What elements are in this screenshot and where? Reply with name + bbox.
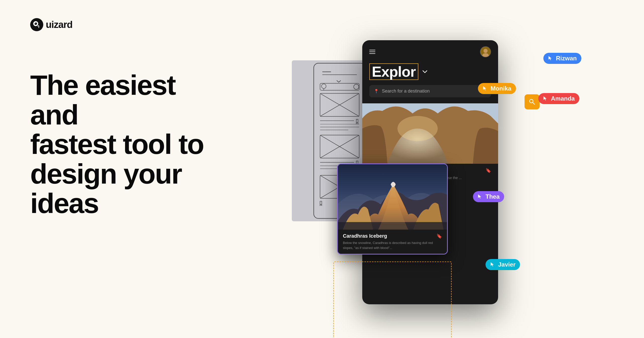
cursor-rizwan-arrow bbox=[548, 55, 553, 61]
app-header bbox=[362, 40, 498, 61]
javier-label-text: Javier bbox=[498, 261, 515, 268]
user-avatar bbox=[480, 46, 491, 57]
monika-label-text: Monika bbox=[491, 85, 511, 92]
explore-row: Explor bbox=[362, 61, 498, 85]
mountain-card: Caradhras Iceberg 🔖 Below the snowline, … bbox=[337, 163, 448, 255]
svg-point-28 bbox=[484, 49, 488, 53]
search-placeholder-text: Search for a destination bbox=[382, 89, 430, 94]
cursor-amanda-arrow bbox=[543, 96, 548, 102]
svg-point-32 bbox=[397, 116, 438, 141]
logo-icon bbox=[30, 18, 43, 31]
location-pin-icon: 📍 bbox=[374, 89, 379, 94]
rizwan-label-text: Rizwan bbox=[556, 55, 577, 62]
mountain-desc: Below the snowline, Caradhras is describ… bbox=[343, 240, 442, 250]
search-bar[interactable]: 📍 Search for a destination bbox=[369, 85, 491, 97]
cursor-label-javier: Javier bbox=[486, 259, 520, 270]
svg-point-3 bbox=[34, 22, 35, 23]
cursor-thea-arrow bbox=[477, 194, 482, 200]
mountain-bookmark-icon[interactable]: 🔖 bbox=[436, 233, 442, 239]
logo: uizard bbox=[30, 18, 72, 31]
hero-heading: The easiest and fastest tool to design y… bbox=[30, 70, 219, 218]
cursor-monika-arrow bbox=[482, 86, 488, 92]
svg-point-7 bbox=[321, 84, 326, 89]
cursor-javier-arrow bbox=[490, 262, 495, 268]
amanda-label-text: Amanda bbox=[551, 95, 575, 102]
hamburger-menu[interactable] bbox=[369, 50, 375, 54]
svg-point-10 bbox=[354, 84, 359, 90]
mockup-area: Explor 📍 Search for a destination bbox=[272, 20, 644, 337]
logo-text: uizard bbox=[46, 19, 72, 30]
bookmark-icon[interactable]: 🔖 bbox=[486, 168, 491, 173]
cursor-label-rizwan: Rizwan bbox=[543, 53, 581, 64]
cursor-label-thea: Thea bbox=[473, 191, 504, 202]
svg-line-36 bbox=[533, 102, 535, 104]
mountain-image bbox=[338, 164, 447, 230]
hero-section: The easiest and fastest tool to design y… bbox=[30, 70, 219, 218]
cursor-label-amanda: Amanda bbox=[538, 93, 579, 104]
explore-dropdown[interactable] bbox=[421, 68, 428, 75]
explore-title: Explor bbox=[369, 63, 418, 80]
cave-card-image bbox=[362, 103, 498, 164]
thea-label-text: Thea bbox=[486, 193, 500, 200]
mountain-card-info: Caradhras Iceberg 🔖 Below the snowline, … bbox=[338, 230, 447, 254]
search-icon-button[interactable] bbox=[525, 94, 540, 109]
cursor-label-monika: Monika bbox=[478, 83, 516, 94]
mountain-title: Caradhras Iceberg bbox=[343, 233, 387, 239]
